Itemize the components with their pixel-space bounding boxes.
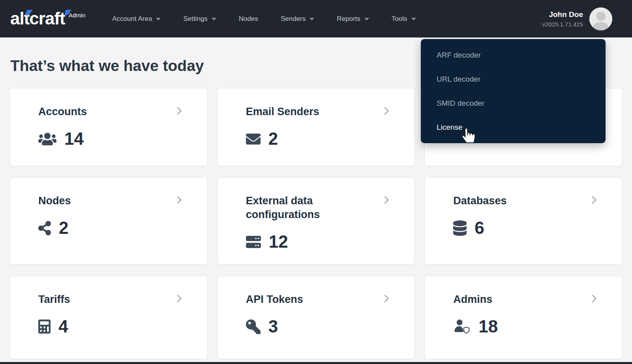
card-value: 12: [269, 232, 288, 252]
chevron-right-icon: [589, 195, 599, 207]
caret-down-icon: [411, 18, 416, 21]
share-icon: [38, 221, 51, 235]
card-tariffs[interactable]: Tariffs 4: [9, 276, 208, 359]
calculator-icon: [38, 319, 51, 334]
card-admins[interactable]: Admins 18: [424, 276, 623, 359]
card-external-data-configurations[interactable]: External data configurations 12: [217, 177, 415, 265]
users-icon: [38, 132, 56, 146]
user-block[interactable]: John Doe v2025.1.71.425: [542, 7, 612, 30]
caret-down-icon: [309, 18, 314, 21]
chevron-right-icon: [381, 106, 392, 118]
app-version: v2025.1.71.425: [542, 21, 583, 28]
card-email-senders[interactable]: Email Senders 2: [217, 88, 415, 166]
top-navbar: altcraft Admin Account Area Settings Nod…: [0, 0, 632, 37]
caret-down-icon: [212, 18, 216, 21]
nav-item-reports[interactable]: Reports: [337, 15, 369, 23]
card-value: 14: [64, 129, 84, 149]
menu-item-url-decoder[interactable]: URL decoder: [421, 67, 606, 91]
nav-item-nodes[interactable]: Nodes: [239, 15, 258, 23]
admin-badge: Admin: [69, 12, 86, 19]
footer-strip: [0, 362, 632, 364]
card-value: 2: [268, 129, 278, 149]
card-value: 4: [58, 317, 68, 336]
nav-item-account-area[interactable]: Account Area: [112, 15, 161, 23]
nav-item-settings[interactable]: Settings: [183, 15, 216, 23]
chevron-right-icon: [174, 195, 184, 207]
chevron-right-icon: [589, 293, 599, 305]
key-icon: [246, 319, 261, 334]
card-value: 2: [59, 218, 68, 238]
nav-item-tools[interactable]: Tools: [392, 15, 416, 23]
card-value: 18: [478, 317, 498, 336]
main-navigation: Account Area Settings Nodes Senders Repo…: [112, 15, 416, 23]
avatar[interactable]: [589, 7, 612, 30]
cursor-pointer-icon: [462, 128, 475, 144]
database-icon: [453, 220, 467, 236]
menu-item-license[interactable]: License: [421, 115, 606, 139]
chevron-right-icon: [174, 106, 184, 118]
altcraft-logo: altcraft: [10, 9, 65, 28]
user-silhouette-icon: [589, 7, 612, 30]
chevron-right-icon: [381, 293, 392, 305]
nav-item-senders[interactable]: Senders: [281, 15, 314, 23]
card-value: 6: [474, 218, 484, 238]
envelope-icon: [246, 132, 261, 146]
caret-down-icon: [364, 18, 369, 21]
card-accounts[interactable]: Accounts 14: [9, 88, 208, 166]
card-api-tokens[interactable]: API Tokens 3: [217, 276, 415, 359]
caret-down-icon: [156, 18, 161, 21]
brand[interactable]: altcraft Admin: [10, 9, 85, 28]
menu-item-arf-decoder[interactable]: ARF decoder: [421, 43, 606, 67]
card-value: 3: [268, 317, 278, 336]
card-databases[interactable]: Databases 6: [424, 177, 623, 265]
user-name: John Doe: [542, 10, 583, 19]
menu-item-smid-decoder[interactable]: SMID decoder: [421, 91, 606, 115]
card-nodes[interactable]: Nodes 2: [9, 177, 208, 265]
tools-dropdown-menu: ARF decoder URL decoder SMID decoder Lic…: [421, 39, 606, 143]
server-icon: [246, 235, 261, 248]
chevron-right-icon: [381, 195, 392, 207]
logo-text: altcraft: [10, 9, 65, 28]
chevron-right-icon: [174, 293, 184, 305]
user-shield-icon: [453, 319, 471, 334]
